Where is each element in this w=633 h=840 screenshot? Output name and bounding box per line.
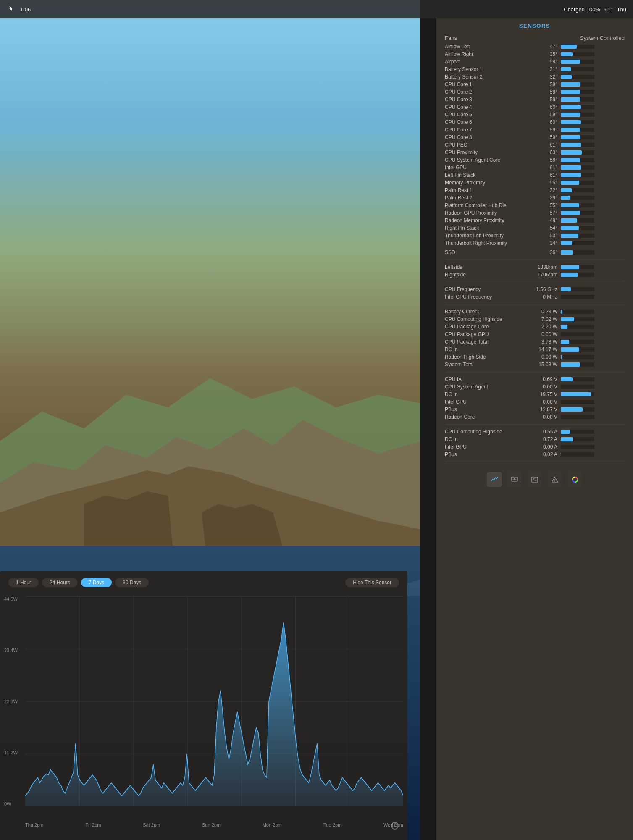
sensor-bar [561,430,570,434]
sensor-bar-container [561,188,594,192]
sensor-bar [561,173,581,177]
divider-5 [445,424,625,425]
sensor-value: 32° [532,74,557,80]
divider-1 [445,260,625,260]
voltage-rows: CPU IA 0.69 V CPU System Agent 0.00 V DC… [436,375,633,421]
sensor-bar-container [561,400,594,404]
sensor-value: 0.00 W [532,331,557,337]
sensor-bar-container [561,105,594,109]
sensor-bar [561,377,573,381]
btn-1hour[interactable]: 1 Hour [8,578,39,587]
sensor-value: 63° [532,150,557,155]
sensor-bar-container [561,181,594,185]
sensor-value: 0.55 A [532,429,557,435]
sensor-name: CPU Proximity [445,150,529,155]
sensor-bar [561,67,571,71]
sensor-name: PBus [445,452,529,457]
sensor-name: CPU Core 8 [445,134,529,140]
sensor-row: Airflow Left 47° [436,43,633,50]
btn-24hours[interactable]: 24 Hours [42,578,78,587]
x-label-fri: Fri 2pm [85,822,101,827]
sensor-value: 0.23 W [532,309,557,315]
sensor-bar [561,128,580,132]
activity-monitor-btn[interactable] [487,472,502,487]
sensor-bar [561,211,580,215]
sensors-panel: SENSORS Fans System Controlled Airflow L… [436,18,633,840]
sensor-bar [561,347,579,352]
sensor-bar-container [561,452,594,457]
color-btn[interactable] [567,472,583,487]
sensor-bar [561,188,572,192]
sensor-bar-container [561,135,594,139]
sensor-value: 55° [532,180,557,186]
sensor-bar [561,392,591,396]
sensor-bar [561,218,577,223]
fans-value: System Controlled [580,35,625,41]
sensor-name: CPU Core 3 [445,97,529,102]
btn-7days[interactable]: 7 Days [81,578,112,587]
hide-sensor-btn[interactable]: Hide This Sensor [345,578,399,587]
sensor-name: CPU Frequency [445,286,529,292]
sensor-bar-container [561,75,594,79]
sensor-bar-container [561,392,594,396]
sensor-bar-container [561,196,594,200]
clock-icon[interactable] [391,822,399,830]
sensor-value: 55° [532,202,557,208]
sensor-value: 0.02 A [532,452,557,457]
x-label-sun: Sun 2pm [202,822,221,827]
sensor-bar-container [561,407,594,412]
sensor-value: 0 MHz [532,294,557,300]
sensor-value: 59° [532,97,557,102]
frequency-rows: CPU Frequency 1.56 GHz Intel GPU Frequen… [436,286,633,301]
y-label-1: 11.2W [4,750,18,755]
sensor-name: Thunderbolt Left Proximity [445,233,529,239]
sensor-name: Intel GPU Frequency [445,294,529,300]
apple-menu-icon[interactable] [7,5,14,13]
sensor-bar [561,452,561,457]
sensor-value: 58° [532,157,557,163]
sensor-bar-container [561,82,594,87]
sensor-bar-container [561,347,594,352]
sensor-value: 61° [532,172,557,178]
sensor-row: CPU System Agent 0.00 V [436,383,633,391]
sensor-bar [561,287,571,291]
sensor-bar-container [561,317,594,321]
sensor-bar [561,362,580,367]
temperature-rows: Airflow Left 47° Airflow Right 35° Airpo… [436,43,633,247]
nvidia-btn[interactable] [507,472,522,487]
sensor-row: Radeon Memory Proximity 49° [436,217,633,224]
sensor-bar-container [561,165,594,170]
sensor-name: CPU System Agent [445,384,529,390]
menu-bar: 1:06 Charged 100% 61° Thu [0,0,633,18]
sensor-bar-container [561,265,594,269]
sensor-bar-container [561,128,594,132]
sensor-row: Thunderbolt Right Proximity 34° [436,239,633,247]
sensor-row: Intel GPU 0.00 V [436,398,633,406]
x-label-sat: Sat 2pm [143,822,160,827]
sensor-row: Battery Current 0.23 W [436,308,633,315]
sensor-row: Airflow Right 35° [436,50,633,58]
sensor-row: CPU Core 2 58° [436,88,633,96]
sensor-row: CPU Package Total 3.78 W [436,338,633,346]
sensor-value: 61° [532,165,557,171]
sensor-name: Battery Current [445,309,529,315]
sensor-name: CPU Core 2 [445,89,529,95]
terminal-btn[interactable] [527,472,542,487]
sensor-value: 19.75 V [532,391,557,397]
sensor-name: CPU Computing Highside [445,429,529,435]
svg-rect-6 [532,477,538,482]
alert-btn[interactable] [547,472,562,487]
sensor-value: 7.02 W [532,316,557,322]
sensor-row: Rightside 1706rpm [436,271,633,278]
sensor-row: CPU Core 5 59° [436,111,633,118]
sensor-bar-container [561,437,594,441]
sensor-name: Airflow Left [445,44,529,50]
sensor-name: Radeon Core [445,414,529,420]
sensor-name: Radeon GPU Proximity [445,210,529,216]
btn-30days[interactable]: 30 Days [115,578,149,587]
sensor-name: CPU Package GPU [445,331,529,337]
sensor-bar-container [561,60,594,64]
ssd-bar-container [561,250,594,255]
menu-bar-right: Charged 100% 61° Thu [564,6,626,13]
graph-y-labels: 44.5W 33.4W 22.3W 11.2W 0W [4,596,18,806]
